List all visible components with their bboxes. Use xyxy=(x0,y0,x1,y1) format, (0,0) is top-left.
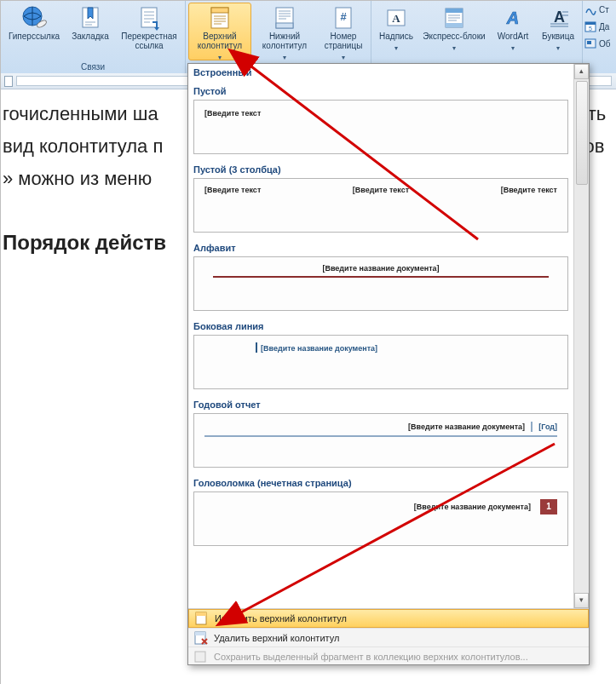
save-selection-icon xyxy=(193,650,209,664)
edit-header-icon xyxy=(194,612,210,625)
bookmark-label: Закладка xyxy=(66,31,114,42)
dropcap-button[interactable]: A Буквица ▾ xyxy=(536,3,580,60)
ribbon-group-links: Гиперссылка Закладка Перекрестная ссылка xyxy=(1,1,186,73)
svg-text:#: # xyxy=(340,10,347,23)
crossref-button[interactable]: Перекрестная ссылка xyxy=(115,3,183,60)
bookmark-icon xyxy=(79,5,101,31)
placeholder-doc-title: [Введите название документа] xyxy=(204,264,557,273)
textbox-button[interactable]: A Надпись ▾ xyxy=(374,3,418,60)
signature-button[interactable]: Ст xyxy=(582,3,616,20)
dropcap-icon: A xyxy=(547,5,569,31)
alphabet-rule xyxy=(213,276,549,278)
gallery-body: Встроенный Пустой [Введите текст Пустой … xyxy=(188,64,573,608)
chevron-down-icon: ▾ xyxy=(511,44,515,52)
svg-text:A: A xyxy=(554,9,565,26)
placeholder-text: [Введите текст xyxy=(204,186,261,194)
signature-label: Ст xyxy=(599,5,609,14)
datetime-button[interactable]: 5 Да xyxy=(582,20,616,37)
object-button[interactable]: Об xyxy=(582,37,616,54)
svg-rect-13 xyxy=(446,9,463,13)
globe-link-icon xyxy=(20,5,49,31)
chevron-down-icon: ▾ xyxy=(452,44,456,52)
gallery-item-puzzle[interactable]: [Введите название документа] 1 xyxy=(193,491,568,546)
gallery-footer: Изменить верхний колонтитул Удалить верх… xyxy=(188,608,589,664)
gallery-item-annual[interactable]: [Введите название документа] [Год] xyxy=(193,413,568,468)
chevron-down-icon: ▾ xyxy=(342,54,345,61)
svg-rect-23 xyxy=(196,612,206,616)
signature-icon xyxy=(584,3,596,15)
svg-rect-3 xyxy=(141,8,157,27)
page-number-badge: 1 xyxy=(540,499,557,514)
gallery-item-title: Пустой (3 столбца) xyxy=(188,158,573,176)
remove-header-icon xyxy=(193,631,209,645)
svg-rect-14 xyxy=(446,23,463,27)
quickparts-button[interactable]: Экспресс-блоки ▾ xyxy=(418,3,490,60)
bookmark-button[interactable]: Закладка xyxy=(66,3,115,60)
svg-rect-18 xyxy=(585,22,596,25)
crossref-label: Перекрестная ссылка xyxy=(116,31,182,51)
wordart-icon: A xyxy=(500,5,526,31)
quickparts-icon xyxy=(443,5,465,31)
gallery-item-title: Пустой xyxy=(188,79,573,98)
scroll-thumb[interactable] xyxy=(576,81,588,185)
textbox-icon: A xyxy=(385,5,407,31)
placeholder-doc-title: [Введите название документа] xyxy=(408,422,525,431)
datetime-icon: 5 xyxy=(584,20,596,32)
ribbon-group-links-label: Связи xyxy=(1,62,185,72)
svg-text:5: 5 xyxy=(589,26,592,32)
save-selection-item: Сохранить выделенный фрагмент в коллекци… xyxy=(188,647,589,665)
footer-label: Нижний колонтитул xyxy=(254,31,315,51)
edit-header-label: Изменить верхний колонтитул xyxy=(215,613,347,624)
gallery-item-alphabet[interactable]: [Введите название документа] xyxy=(193,256,568,311)
dropcap-label: Буквица xyxy=(537,31,579,42)
save-selection-label: Сохранить выделенный фрагмент в коллекци… xyxy=(214,652,528,662)
chevron-down-icon: ▾ xyxy=(394,44,398,52)
crossref-icon xyxy=(138,5,160,31)
remove-header-item[interactable]: Удалить верхний колонтитул xyxy=(188,628,589,647)
page-number-icon: # xyxy=(332,5,354,31)
pagenumber-label: Номер страницы xyxy=(319,31,368,51)
svg-rect-21 xyxy=(587,41,591,44)
svg-rect-26 xyxy=(195,652,205,662)
datetime-label: Да xyxy=(599,22,609,32)
placeholder-doc-title: [Введите название документа] xyxy=(414,503,531,511)
svg-rect-5 xyxy=(211,8,228,13)
header-icon xyxy=(209,5,231,31)
hyperlink-button[interactable]: Гиперссылка xyxy=(3,3,66,60)
gallery-item-title: Боковая линия xyxy=(188,314,573,333)
pagenumber-button[interactable]: # Номер страницы ▾ xyxy=(318,3,369,60)
gallery-item-title: Головоломка (нечетная страница) xyxy=(188,471,573,490)
header-button[interactable]: Верхний колонтитул ▾ xyxy=(188,3,251,60)
scroll-down-button[interactable]: ▾ xyxy=(574,593,589,608)
gallery-item-title: Годовой отчет xyxy=(188,393,573,411)
gallery-item-blank[interactable]: [Введите текст xyxy=(193,100,568,154)
scroll-up-button[interactable]: ▴ xyxy=(574,64,589,79)
placeholder-year: [Год] xyxy=(538,422,557,431)
placeholder-text: [Введите текст xyxy=(501,186,557,194)
wordart-button[interactable]: A WordArt ▾ xyxy=(490,3,536,60)
gallery-item-blank3[interactable]: [Введите текст [Введите текст [Введите т… xyxy=(193,178,568,233)
placeholder-doc-title: [Введите название документа] xyxy=(261,344,377,353)
header-label: Верхний колонтитул xyxy=(189,31,250,51)
chevron-down-icon: ▾ xyxy=(556,44,560,52)
gallery-scrollbar[interactable]: ▴ ▾ xyxy=(573,64,589,608)
textbox-label: Надпись xyxy=(375,31,417,42)
footer-icon xyxy=(273,5,296,31)
object-icon xyxy=(584,37,596,49)
hyperlink-label: Гиперссылка xyxy=(3,31,65,42)
svg-rect-7 xyxy=(276,23,293,28)
chevron-down-icon: ▾ xyxy=(283,54,286,61)
remove-header-label: Удалить верхний колонтитул xyxy=(214,633,339,643)
svg-rect-25 xyxy=(195,632,205,635)
edit-header-item[interactable]: Изменить верхний колонтитул xyxy=(188,609,589,628)
chevron-down-icon: ▾ xyxy=(218,54,222,61)
object-label: Об xyxy=(599,39,611,49)
quickparts-label: Экспресс-блоки xyxy=(419,31,489,42)
gallery-item-title: Алфавит xyxy=(188,236,573,255)
svg-text:A: A xyxy=(392,12,400,25)
svg-text:A: A xyxy=(506,9,519,27)
footer-button[interactable]: Нижний колонтитул ▾ xyxy=(253,3,316,60)
gallery-item-sideline[interactable]: [Введите название документа] xyxy=(193,335,568,389)
gallery-section-builtin: Встроенный xyxy=(188,64,573,79)
doc-line-1: гочисленными ша xyxy=(3,103,158,124)
